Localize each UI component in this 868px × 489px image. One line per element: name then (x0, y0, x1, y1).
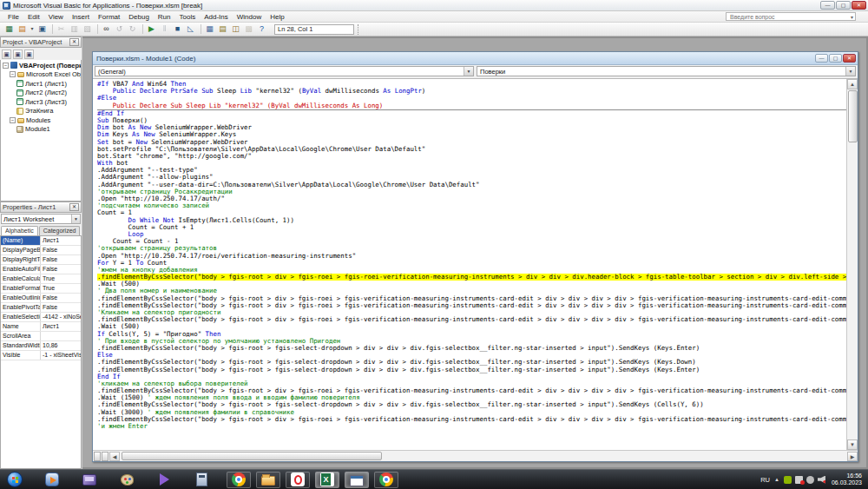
project-explorer-icon[interactable]: ▦ (204, 23, 215, 35)
menu-add-ins[interactable]: Add-Ins (200, 12, 233, 22)
property-value[interactable]: Лист1 (41, 236, 81, 245)
volume-muted-icon[interactable] (818, 476, 825, 484)
save-icon[interactable]: ▣ (36, 23, 48, 35)
scroll-right-icon[interactable]: ▶ (847, 452, 858, 461)
reset-icon[interactable]: ■ (172, 23, 183, 35)
help-icon[interactable]: ? (256, 23, 267, 35)
code-line[interactable]: .Open "http://10.250.74.17/roei/verifica… (97, 253, 846, 260)
taskbar-folder-icon[interactable] (256, 472, 280, 488)
property-value[interactable]: False (41, 265, 81, 274)
property-value[interactable]: Лист1 (41, 322, 81, 331)
scroll-up-icon[interactable]: ▲ (847, 79, 858, 89)
property-row[interactable]: EnablePivotTableFalse (1, 303, 81, 313)
procedure-combo[interactable]: Поверки ▼ (477, 66, 856, 76)
restore-button[interactable]: ▢ (829, 54, 842, 63)
menu-help[interactable]: Help (266, 12, 288, 22)
code-line[interactable]: .findElementByCssSelector("body > fgis-r… (97, 416, 846, 423)
code-line[interactable]: Loop (97, 231, 846, 238)
code-line[interactable]: 'и жмем Enter (97, 423, 846, 430)
question-input[interactable] (728, 13, 851, 21)
menu-edit[interactable]: Edit (23, 12, 44, 22)
taskbar-chrome2-icon[interactable] (374, 472, 398, 488)
maximize-button[interactable]: ▢ (836, 1, 851, 10)
property-row[interactable]: ScrollArea (1, 332, 81, 341)
code-line[interactable]: #End If (97, 110, 846, 117)
language-indicator[interactable]: RU (760, 476, 770, 484)
procedure-view-button[interactable] (94, 452, 101, 461)
taskbar-excel-icon[interactable] (315, 472, 339, 488)
property-row[interactable]: Visible-1 - xlSheetVisib (1, 351, 81, 360)
object-selector-combo[interactable]: Лист1 Worksheet ▼ (1, 214, 81, 224)
menu-view[interactable]: View (44, 12, 68, 22)
network-error-icon[interactable] (795, 476, 803, 484)
property-row[interactable]: EnableAutoFilterFalse (1, 265, 81, 274)
taskbar-chrome-icon[interactable] (227, 472, 251, 488)
close-icon[interactable]: ✕ (69, 203, 79, 211)
question-box[interactable]: ▾ (726, 12, 856, 21)
property-row[interactable]: (Name)Лист1 (1, 236, 81, 246)
code-line[interactable]: 'подсчитаем количесво записей (97, 202, 846, 209)
tree-item-vbaproject-поверки-xl[interactable]: −VBAProject (Поверки.xl (1, 61, 81, 70)
taskbar-computer-icon[interactable] (77, 472, 102, 488)
property-value[interactable]: 10,86 (41, 341, 81, 350)
menu-window[interactable]: Window (233, 12, 266, 22)
dropdown-caret-icon[interactable]: ▾ (30, 23, 35, 35)
view-code-icon[interactable]: ▣ (2, 50, 11, 59)
show-hidden-icons-icon[interactable]: ▲ (774, 477, 779, 482)
property-row[interactable]: NameЛист1 (1, 322, 81, 332)
property-row[interactable]: EnableFormatConTrue (1, 284, 81, 294)
vertical-scrollbar[interactable]: ▲ ▼ (846, 79, 858, 450)
code-window-title-bar[interactable]: Поверки.xlsm - Module1 (Code) — ▢ ✕ (93, 52, 858, 65)
scroll-down-icon[interactable]: ▼ (847, 439, 858, 450)
tree-item-лист1-лист1[interactable]: Лист1 (Лист1) (1, 79, 81, 89)
vertical-scroll-thumb[interactable] (848, 90, 858, 142)
chevron-down-icon[interactable]: ▼ (71, 215, 80, 223)
code-editor[interactable]: #If VBA7 And Win64 Then Public Declare P… (93, 79, 846, 450)
property-value[interactable]: True (41, 274, 81, 283)
tree-item-лист3-лист3[interactable]: Лист3 (Лист3) (1, 97, 81, 107)
tree-item-microsoft-excel-objects[interactable]: −Microsoft Excel Objects (1, 70, 81, 80)
property-value[interactable] (41, 332, 81, 340)
property-value[interactable]: True (41, 284, 81, 293)
minimize-button[interactable]: — (815, 54, 828, 63)
tree-item-этакнига[interactable]: ЭтаКнига (1, 107, 81, 116)
property-row[interactable]: EnableCalculationTrue (1, 274, 81, 284)
close-icon[interactable]: ✕ (69, 38, 79, 46)
code-line[interactable]: .findElementByCssSelector("body > fgis-r… (97, 367, 846, 373)
taskbar-wmp-icon[interactable] (40, 472, 64, 488)
taskbar-play-icon[interactable] (152, 472, 176, 488)
menu-debug[interactable]: Debug (124, 12, 154, 22)
taskbar-calc-icon[interactable] (189, 472, 214, 488)
tab-categorized[interactable]: Categorized (39, 226, 81, 235)
horizontal-scroll-thumb[interactable] (122, 452, 382, 460)
device-icon[interactable] (806, 476, 814, 484)
minimize-button[interactable]: — (820, 1, 835, 10)
property-value[interactable]: -1 - xlSheetVisib (41, 351, 81, 360)
code-line[interactable]: Count = Count + 1 (97, 224, 846, 231)
taskbar-vba-icon[interactable] (345, 472, 369, 488)
taskbar-paint-icon[interactable] (115, 472, 139, 488)
action-center-icon[interactable] (784, 476, 792, 484)
object-combo[interactable]: (General) ▼ (95, 66, 474, 76)
property-value[interactable]: False (41, 303, 81, 312)
menu-insert[interactable]: Insert (68, 12, 94, 22)
object-browser-icon[interactable]: ◫ (230, 23, 241, 35)
code-line[interactable]: For Y = 1 To Count (97, 260, 846, 267)
chevron-down-icon[interactable]: ▾ (851, 14, 853, 20)
collapse-icon[interactable]: − (10, 117, 16, 123)
code-line[interactable]: Public Declare PtrSafe Sub Sleep Lib "ke… (97, 88, 846, 95)
property-row[interactable]: DisplayRightToLefFalse (1, 255, 81, 265)
insert-userform-icon[interactable]: ▤ (16, 23, 28, 35)
property-row[interactable]: DisplayPageBreakFalse (1, 246, 81, 255)
collapse-icon[interactable]: − (3, 63, 9, 69)
collapse-icon[interactable]: − (10, 71, 16, 77)
tree-item-лист2-лист2[interactable]: Лист2 (Лист2) (1, 89, 81, 98)
property-value[interactable]: False (41, 246, 81, 254)
property-row[interactable]: EnableOutliningFalse (1, 294, 81, 303)
code-line[interactable]: Do While Not IsEmpty(Лист1.Cells(Count, … (97, 217, 846, 224)
clock[interactable]: 16:56 06.03.2023 (832, 472, 862, 486)
view-object-icon[interactable]: ▣ (13, 50, 23, 59)
design-mode-icon[interactable]: ◺ (185, 23, 196, 35)
chevron-down-icon[interactable]: ▼ (845, 67, 855, 76)
tab-alphabetic[interactable]: Alphabetic (1, 226, 38, 235)
